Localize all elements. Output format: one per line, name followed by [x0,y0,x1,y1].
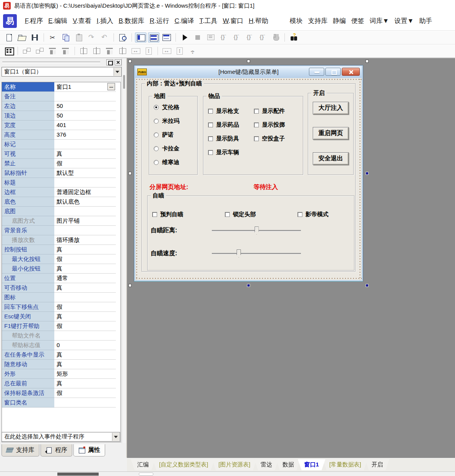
menu-item[interactable]: 词库▼ [367,15,392,27]
property-value[interactable] [54,331,116,341]
tab-properties[interactable]: 属性 [73,444,105,456]
space-vertical-icon[interactable] [143,46,154,56]
menu-item[interactable]: I.插入 [94,15,116,27]
menu-item[interactable]: E.编辑 [46,15,70,27]
checkbox-icon[interactable] [254,136,259,141]
property-value[interactable]: 假 [54,254,116,264]
save-icon[interactable] [29,33,41,42]
property-value[interactable]: 真 [54,350,116,360]
property-label[interactable]: 底图方式 [2,216,54,226]
checkbox-icon[interactable] [297,212,302,217]
property-value[interactable]: 假 [54,321,116,331]
property-value[interactable] [54,178,116,187]
item-checkbox-option[interactable]: 显示车辆 [208,145,254,159]
menu-item[interactable]: 模块 [287,15,306,27]
event-handler-dropdown[interactable]: 在此处选择加入事件处理子程序 [2,432,120,442]
resize-handle-bottom-center[interactable] [247,284,250,287]
property-value[interactable] [54,92,116,101]
redo-icon[interactable] [86,33,98,42]
property-label[interactable]: 禁止 [2,159,54,168]
item-checkbox-option[interactable]: 显示药品 [208,118,254,132]
item-checkbox-option[interactable]: 显示枪支 [208,104,254,118]
align-down-icon[interactable] [60,46,72,56]
undo-icon[interactable] [99,33,110,42]
slider-track[interactable] [212,230,301,231]
stop-icon[interactable] [192,33,203,42]
step-into-icon[interactable] [218,33,229,42]
property-label[interactable]: 控制按钮 [2,245,54,254]
window-layout-bottom-icon[interactable] [148,33,159,42]
chevron-down-icon[interactable] [114,68,121,76]
step-out-icon[interactable] [244,33,255,42]
panel-grip[interactable] [0,58,126,67]
workspace-tab[interactable]: [自定义数据类型表] [153,459,214,470]
close-button[interactable] [342,68,360,76]
property-value[interactable]: 假 [54,159,116,168]
menu-item[interactable]: 设置▼ [392,15,416,27]
chevron-down-icon[interactable] [112,433,119,441]
property-value[interactable]: 假 [54,302,116,312]
property-label[interactable]: 底图 [2,207,54,216]
safe-exit-button[interactable]: 安全退出 [313,152,349,165]
space-horizontal-icon[interactable] [130,46,141,56]
object-selector-dropdown[interactable]: 窗口1（窗口） [2,67,122,77]
menu-item[interactable]: W.窗口 [220,15,246,27]
property-value[interactable] [54,398,116,408]
menu-item[interactable]: C.编译 [172,15,197,27]
property-label[interactable]: 最大化按钮 [2,254,54,264]
menu-item[interactable]: T.工具 [197,15,220,27]
scrollbar-thumb[interactable] [123,75,125,89]
menu-item[interactable]: F.程序 [22,15,46,27]
menu-item[interactable]: H.帮助 [246,15,271,27]
open-file-icon[interactable] [16,33,28,42]
property-label[interactable]: F1键打开帮助 [2,321,54,331]
menu-item[interactable]: V.查看 [70,15,94,27]
property-value[interactable]: 循环播放 [54,235,116,245]
property-label[interactable]: 标题 [2,178,54,187]
aim-checkbox-option[interactable]: 影帝模式 [297,207,370,221]
workspace-tab[interactable]: 窗口1 [298,459,325,470]
menu-item[interactable]: 静编 [330,15,349,27]
run-to-cursor-icon[interactable] [257,33,268,42]
workspace-tab[interactable]: 数据 [276,459,301,470]
copy-icon[interactable] [60,33,72,42]
property-value[interactable]: 0 [54,341,116,350]
menu-item[interactable]: R.运行 [147,15,172,27]
resize-handle-middle-left[interactable] [128,172,132,175]
workspace-tab[interactable]: [图片资源表] [212,459,257,470]
property-value[interactable]: 真 [54,149,116,159]
property-value[interactable]: 假 [54,388,116,398]
menu-item[interactable]: B.数据库 [116,15,147,27]
property-value[interactable]: 矩形 [54,369,116,379]
resize-handle-top-left[interactable] [128,60,132,63]
property-label[interactable]: 宽度 [2,121,54,130]
property-value[interactable]: 默认底色 [54,197,116,207]
property-value[interactable]: 真 [54,312,116,321]
property-value[interactable] [54,226,116,235]
aim-checkbox-option[interactable]: 预判自瞄 [152,207,225,221]
radio-icon[interactable] [154,105,159,110]
cut-icon[interactable] [47,33,58,42]
same-size-icon[interactable] [187,46,198,56]
property-value[interactable]: 图片平铺 [54,216,116,226]
panel-float-button[interactable] [106,59,113,65]
ellipsis-button[interactable] [107,83,115,90]
property-value[interactable]: 通常 [54,274,116,283]
align-right-icon[interactable] [117,46,128,56]
property-label[interactable]: 背景音乐 [2,226,54,235]
property-label[interactable]: 位置 [2,274,54,283]
workspace-tab[interactable]: [常量数据表] [323,459,367,470]
resize-handle-bottom-right[interactable] [366,284,369,287]
window-layout-left-icon[interactable] [135,33,146,42]
property-label[interactable]: 备注 [2,92,54,101]
checkbox-icon[interactable] [208,136,213,141]
item-checkbox-option[interactable]: 显示投掷 [254,118,300,132]
property-label[interactable]: 可否移动 [2,283,54,293]
aim-checkbox-option[interactable]: 锁定头部 [225,207,297,221]
checkbox-icon[interactable] [254,109,259,114]
align-top-icon[interactable] [104,46,115,56]
menu-item[interactable]: 便签 [349,15,367,27]
checkbox-icon[interactable] [152,212,157,217]
center-horizontal-icon[interactable] [78,46,89,56]
property-value[interactable]: 376 [54,130,116,140]
